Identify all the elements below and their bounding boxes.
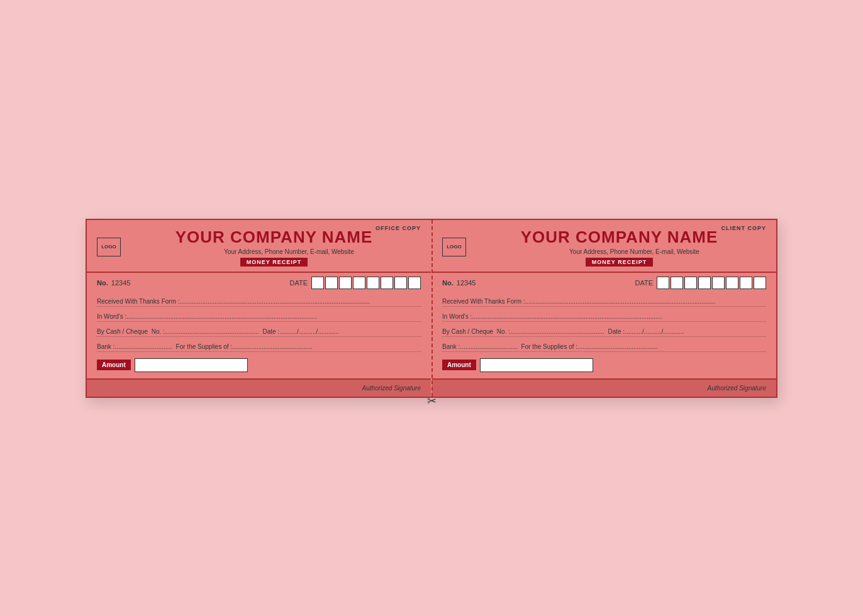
client-no-section: No. 12345 xyxy=(442,279,476,287)
client-date-box-2[interactable] xyxy=(671,277,683,289)
office-company-info: YOUR COMPANY NAME Your Address, Phone Nu… xyxy=(127,228,421,267)
client-copy: CLIENT COPY LOGO YOUR COMPANY NAME Your … xyxy=(432,220,776,397)
client-field-inwords: In Word's :.............................… xyxy=(442,313,766,322)
client-copy-body: Received With Thanks Form :.............… xyxy=(432,292,776,378)
receipt-document: OFFICE COPY LOGO YOUR COMPANY NAME Your … xyxy=(86,219,777,398)
client-no-date-row: No. 12345 DATE xyxy=(432,273,776,292)
office-date-box-1[interactable] xyxy=(311,277,324,289)
client-field-bank: Bank :................................. … xyxy=(442,343,766,352)
office-copy-footer: Authorized Signature xyxy=(87,378,431,397)
office-date-box-2[interactable] xyxy=(325,277,338,289)
client-money-receipt-badge: MONEY RECEIPT xyxy=(586,258,653,267)
office-copy-label: OFFICE COPY xyxy=(376,225,421,231)
client-company-address: Your Address, Phone Number, E-mail, Webs… xyxy=(539,248,699,255)
office-copy-body: Received With Thanks Form :.............… xyxy=(87,292,431,378)
client-date-box-5[interactable] xyxy=(712,277,725,289)
office-amount-input[interactable] xyxy=(135,358,248,372)
office-date-box-5[interactable] xyxy=(367,277,379,289)
office-field-received: Received With Thanks Form :.............… xyxy=(97,298,421,307)
client-field-received: Received With Thanks Form :.............… xyxy=(442,298,766,307)
client-field-cash-cheque: By Cash / Cheque No. :..................… xyxy=(442,328,766,337)
client-copy-footer: Authorized Signature xyxy=(432,378,776,397)
office-date-box-3[interactable] xyxy=(339,277,352,289)
client-date-box-1[interactable] xyxy=(657,277,669,289)
office-date-label: DATE xyxy=(289,279,308,287)
client-copy-label: CLIENT COPY xyxy=(721,225,766,231)
client-date-box-7[interactable] xyxy=(740,277,752,289)
client-no-label: No. xyxy=(442,279,454,287)
office-amount-row: Amount xyxy=(97,358,421,372)
client-company-info: YOUR COMPANY NAME Your Address, Phone Nu… xyxy=(472,228,766,267)
client-company-name: YOUR COMPANY NAME xyxy=(521,228,718,247)
client-no-value: 12345 xyxy=(457,279,476,287)
office-company-address: Your Address, Phone Number, E-mail, Webs… xyxy=(194,248,354,255)
scissors-icon: ✂ xyxy=(427,394,437,408)
divider-line xyxy=(432,220,433,397)
office-date-section: DATE xyxy=(289,277,421,289)
client-copy-header: CLIENT COPY LOGO YOUR COMPANY NAME Your … xyxy=(432,220,776,273)
office-no-value: 12345 xyxy=(111,279,131,287)
office-date-boxes xyxy=(311,277,421,289)
office-date-box-8[interactable] xyxy=(408,277,421,289)
office-authorized-signature: Authorized Signature xyxy=(362,385,421,392)
client-date-box-6[interactable] xyxy=(726,277,738,289)
office-date-box-4[interactable] xyxy=(353,277,365,289)
office-no-section: No. 12345 xyxy=(97,279,130,287)
client-date-box-8[interactable] xyxy=(754,277,766,289)
office-logo: LOGO xyxy=(97,238,121,256)
client-amount-input[interactable] xyxy=(480,358,593,372)
office-amount-badge: Amount xyxy=(97,360,131,370)
client-company-row: LOGO YOUR COMPANY NAME Your Address, Pho… xyxy=(442,228,766,267)
office-date-box-6[interactable] xyxy=(381,277,393,289)
office-money-receipt-badge: MONEY RECEIPT xyxy=(240,258,308,267)
office-date-box-7[interactable] xyxy=(394,277,407,289)
office-no-label: No. xyxy=(97,279,108,287)
office-company-name: YOUR COMPANY NAME xyxy=(175,228,373,247)
office-field-inwords: In Word's :.............................… xyxy=(97,313,421,322)
client-authorized-signature: Authorized Signature xyxy=(708,385,766,392)
office-copy: OFFICE COPY LOGO YOUR COMPANY NAME Your … xyxy=(87,220,431,397)
office-copy-header: OFFICE COPY LOGO YOUR COMPANY NAME Your … xyxy=(87,220,431,273)
client-date-box-4[interactable] xyxy=(698,277,711,289)
client-date-label: DATE xyxy=(635,279,653,287)
client-logo: LOGO xyxy=(442,238,466,256)
office-no-date-row: No. 12345 DATE xyxy=(87,273,431,292)
office-field-cash-cheque: By Cash / Cheque No. :..................… xyxy=(97,328,421,337)
client-date-section: DATE xyxy=(635,277,766,289)
receipt-divider: ✂ xyxy=(431,220,432,397)
office-company-row: LOGO YOUR COMPANY NAME Your Address, Pho… xyxy=(97,228,421,267)
client-amount-badge: Amount xyxy=(442,360,476,370)
client-date-boxes xyxy=(657,277,766,289)
office-field-bank: Bank :................................. … xyxy=(97,343,421,352)
client-date-box-3[interactable] xyxy=(684,277,697,289)
client-amount-row: Amount xyxy=(442,358,766,372)
